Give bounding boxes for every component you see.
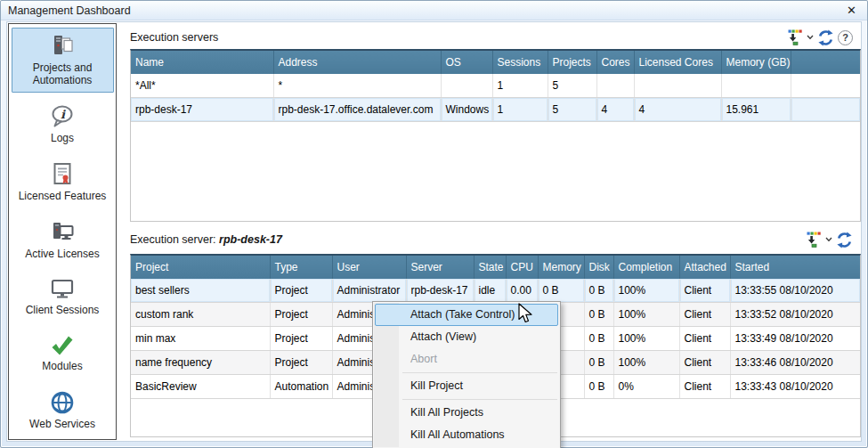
column-header[interactable]: Licensed Cores	[634, 51, 721, 74]
sidebar-item-active-licenses[interactable]: Active Licenses	[12, 214, 114, 266]
cell: Project	[270, 303, 332, 327]
cell: 100%	[613, 279, 679, 303]
cell	[634, 74, 721, 98]
sidebar-item-label: Logs	[18, 132, 107, 144]
sidebar-item-client-sessions[interactable]: Client Sessions	[12, 272, 114, 322]
execution-servers-grid: Name Address OS Sessions Projects Cores …	[130, 49, 861, 222]
cell: 15.961	[721, 98, 791, 122]
column-header[interactable]: Memory (GB)	[721, 51, 791, 74]
cell: custom rank	[131, 303, 270, 327]
table-header-row: Name Address OS Sessions Projects Cores …	[131, 51, 860, 74]
jobs-panel-header: Execution server: rpb-desk-17	[130, 230, 853, 249]
help-icon[interactable]: ?	[838, 30, 853, 45]
cell: Client	[679, 375, 730, 399]
menu-item-attach-view[interactable]: Attach (View)	[375, 326, 558, 348]
cell: 100%	[613, 351, 679, 375]
cell: Project	[270, 327, 332, 351]
servers-panel-header: Execution servers	[130, 28, 853, 47]
table-header-row: Project Type User Server State CPU Memor…	[131, 256, 860, 279]
jobs-panel-server-name: rpb-desk-17	[219, 233, 282, 246]
menu-item-kill-all-projects[interactable]: Kill All Projects	[375, 402, 558, 424]
column-header[interactable]: Project	[131, 256, 270, 279]
cell: 1	[492, 98, 548, 122]
refresh-icon[interactable]	[836, 232, 853, 248]
cell: rpb-desk-17.office.datalever.com	[273, 98, 441, 122]
column-header[interactable]: Disk	[584, 256, 613, 279]
column-header[interactable]: Type	[270, 256, 332, 279]
cell: 13:33:49 08/10/2020	[730, 327, 860, 351]
column-header[interactable]: OS	[441, 51, 492, 74]
cell: Project	[270, 279, 332, 303]
cell: Project	[270, 351, 332, 375]
cell: 13:33:52 08/10/2020	[730, 303, 860, 327]
cell: Administrator	[332, 279, 406, 303]
cell: 0 B	[584, 375, 613, 399]
cell: Client	[679, 351, 730, 375]
table-row[interactable]: *All* * 1 5	[131, 74, 860, 98]
column-header[interactable]: Address	[273, 51, 441, 74]
logs-icon: i	[49, 103, 76, 130]
cell: 5	[548, 98, 596, 122]
cell: 0 B	[584, 351, 613, 375]
export-grid-icon[interactable]	[788, 29, 803, 45]
chevron-down-icon[interactable]	[825, 237, 832, 242]
refresh-icon[interactable]	[817, 29, 834, 46]
jobs-panel-title: Execution server: rpb-desk-17	[130, 233, 807, 246]
column-header[interactable]: Completion	[613, 256, 679, 279]
cell: 0 B	[538, 279, 584, 303]
sidebar-item-web-services[interactable]: Web Services	[12, 384, 114, 436]
menu-item-kill-project[interactable]: Kill Project	[375, 375, 558, 397]
cell: 100%	[613, 303, 679, 327]
cell: Client	[679, 327, 730, 351]
cell: idle	[474, 279, 506, 303]
close-icon[interactable]: ✕	[843, 2, 860, 20]
cell: 4	[596, 98, 634, 122]
cell: 0.00	[506, 279, 538, 303]
column-header[interactable]: User	[332, 256, 406, 279]
column-header[interactable]: CPU	[506, 256, 538, 279]
jobs-panel-title-prefix: Execution server:	[130, 233, 219, 246]
column-header[interactable]: Sessions	[492, 51, 548, 74]
cell: 0%	[613, 375, 679, 399]
cell	[596, 74, 634, 98]
servers-toolbar: ?	[788, 29, 853, 46]
export-grid-icon[interactable]	[807, 232, 822, 248]
cell	[791, 98, 860, 122]
cell: Windows	[441, 98, 492, 122]
sidebar-item-projects-and-automations[interactable]: Projects and Automations	[12, 28, 114, 93]
cell	[721, 74, 791, 98]
column-header[interactable]: Name	[131, 51, 273, 74]
cell: 1	[492, 74, 548, 98]
sidebar-item-label: Web Services	[18, 418, 107, 430]
sidebar-item-logs[interactable]: i Logs	[12, 98, 114, 151]
cell: Client	[679, 303, 730, 327]
menu-item-kill-all-automations[interactable]: Kill All Automations	[375, 424, 558, 446]
column-header[interactable]: Cores	[596, 51, 634, 74]
menu-separator	[402, 372, 557, 373]
projects-automations-icon	[49, 33, 76, 60]
column-header[interactable]	[791, 51, 860, 74]
table-row-selected[interactable]: rpb-desk-17 rpb-desk-17.office.datalever…	[131, 98, 860, 122]
cell: rpb-desk-17	[406, 279, 474, 303]
column-header[interactable]: Started	[730, 256, 860, 279]
mouse-cursor	[518, 303, 533, 327]
column-header[interactable]: Attached	[679, 256, 730, 279]
sidebar-item-licensed-features[interactable]: Licensed Features	[12, 156, 114, 208]
column-header[interactable]: State	[474, 256, 506, 279]
chevron-down-icon[interactable]	[807, 35, 814, 40]
sidebar: Projects and Automations i Logs	[8, 23, 117, 440]
cell: min max	[131, 327, 270, 351]
column-header[interactable]: Server	[406, 256, 474, 279]
sidebar-item-label: Projects and Automations	[18, 61, 107, 86]
table-row-selected[interactable]: best sellers Project Administrator rpb-d…	[131, 279, 860, 303]
column-header[interactable]: Projects	[548, 51, 596, 74]
column-header[interactable]: Memory	[538, 256, 584, 279]
client-sessions-icon	[49, 277, 76, 302]
sidebar-item-label: Client Sessions	[18, 304, 107, 316]
cell: rpb-desk-17	[131, 98, 273, 122]
cell: 13:33:43 08/10/2020	[730, 375, 860, 399]
cell: Automation	[270, 375, 332, 399]
cell: name frequency	[131, 351, 270, 375]
cell: best sellers	[131, 279, 270, 303]
sidebar-item-modules[interactable]: Modules	[12, 328, 114, 379]
